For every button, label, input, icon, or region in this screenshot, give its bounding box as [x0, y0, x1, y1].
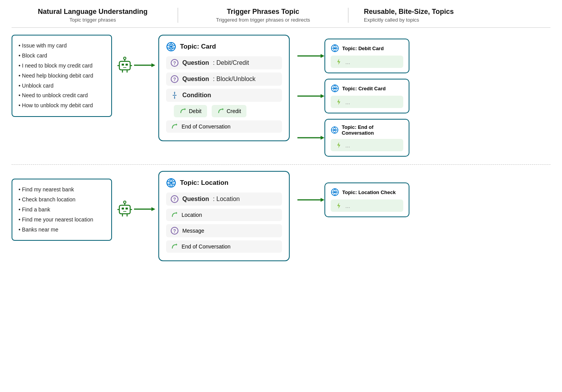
- phrase-item: • Unblock card: [19, 81, 105, 91]
- reusable-debit-card: Topic: Debit Card ...: [297, 39, 550, 73]
- reusable-debit-content: ...: [345, 59, 350, 65]
- branch-credit-label: Credit: [227, 108, 241, 114]
- svg-point-14: [170, 46, 172, 48]
- arrow-top: [134, 63, 155, 68]
- redirect-icon-loc: [171, 211, 178, 218]
- svg-marker-26: [222, 108, 224, 110]
- location-redirect: Location: [166, 209, 282, 221]
- reusable-credit-icon: [331, 84, 339, 93]
- arrow-to-eoc-top: [297, 135, 324, 140]
- end-of-conversation-top: End of Conversation: [166, 120, 282, 133]
- svg-point-32: [334, 47, 336, 49]
- bottom-nlu-box: • Find my nearest bank • Check branch lo…: [12, 171, 112, 241]
- robot-connector-top: [112, 35, 158, 74]
- svg-marker-34: [337, 59, 340, 65]
- redirect-icon-eoc-bot: [171, 243, 178, 250]
- svg-marker-23: [174, 91, 175, 93]
- topic-location-box: Topic: Location ? Question: Location: [158, 171, 290, 261]
- question-icon-loc: ?: [171, 195, 178, 203]
- col1-header-sub: Topic trigger phrases: [12, 17, 174, 23]
- svg-point-53: [124, 201, 126, 203]
- svg-marker-27: [176, 123, 177, 126]
- svg-marker-72: [321, 198, 324, 202]
- svg-marker-67: [176, 212, 177, 214]
- lightning-icon-credit: [335, 98, 342, 105]
- question-location: ? Question: Location: [166, 193, 282, 206]
- condition-label: Condition: [182, 92, 211, 99]
- svg-text:?: ?: [173, 61, 176, 66]
- question-icon-msg: ?: [171, 227, 178, 235]
- svg-marker-77: [337, 203, 340, 209]
- svg-rect-51: [126, 208, 128, 210]
- reusable-loc-check-title: Topic: Location Check: [342, 189, 396, 195]
- svg-rect-49: [119, 205, 130, 214]
- question-icon-2: ?: [171, 75, 178, 83]
- phrase-item-bottom: • Banks near me: [19, 225, 105, 235]
- branch-row: Debit Credit: [174, 105, 282, 117]
- lightning-icon-eoc: [335, 142, 342, 149]
- svg-rect-2: [126, 64, 128, 66]
- reusable-eoc-icon: [331, 126, 339, 134]
- reusable-debit-title: Topic: Debit Card: [342, 46, 384, 51]
- phrase-item-bottom: • Find a bank: [19, 205, 105, 215]
- condition-item: Condition: [166, 89, 282, 102]
- lightning-icon-debit: [335, 58, 342, 65]
- col1-header-main: Natural Language Understanding: [12, 8, 174, 16]
- topic-card-icon: [166, 42, 176, 52]
- location-item-label: Location: [182, 212, 202, 218]
- phrase-item: • How to unblock my debit card: [19, 101, 105, 111]
- col2-header-main: Trigger Phrases Topic: [182, 8, 344, 16]
- svg-point-75: [334, 191, 336, 193]
- robot-icon-bottom: [115, 200, 134, 218]
- reusable-debit-icon: [331, 44, 339, 52]
- top-nlu-box: • Issue with my card • Block card • I ne…: [12, 35, 112, 117]
- reusable-location-check: Topic: Location Check ...: [297, 182, 550, 217]
- phrase-item-bottom: • Check branch location: [19, 195, 105, 205]
- svg-marker-29: [321, 54, 324, 58]
- svg-rect-50: [122, 208, 124, 210]
- col3-header-main: Reusable, Bite-Size, Topics: [364, 8, 550, 16]
- end-of-conversation-bottom: End of Conversation: [166, 240, 282, 253]
- reusable-credit-card: Topic: Credit Card ...: [297, 79, 550, 113]
- phrase-item-bottom: • Find my nearest bank: [19, 185, 105, 195]
- message-label: Message: [182, 228, 204, 234]
- phrase-item: • Need help blocking debit card: [19, 71, 105, 81]
- svg-point-4: [124, 57, 126, 59]
- robot-connector-bottom: [112, 171, 158, 218]
- svg-marker-48: [337, 142, 340, 148]
- end-conversation-label-top: End of Conversation: [182, 123, 231, 130]
- phrase-item: • Block card: [19, 51, 105, 61]
- reusable-credit-content: ...: [345, 99, 350, 105]
- message-question: ? Message: [166, 224, 282, 237]
- topic-card-box: Topic: Card ? Question: Debit/Credit ?: [158, 35, 290, 141]
- redirect-icon-debit: [179, 108, 186, 115]
- svg-point-39: [334, 88, 336, 90]
- reusable-loc-check-icon: [331, 188, 339, 196]
- question-icon: ?: [171, 59, 178, 67]
- branch-debit: Debit: [174, 105, 207, 117]
- svg-marker-25: [185, 108, 186, 110]
- branch-debit-label: Debit: [189, 108, 202, 114]
- topic-location-title: Topic: Location: [180, 179, 228, 187]
- question-block-unblock: ? Question: Block/Unblock: [166, 73, 282, 86]
- reusable-loc-check-content: ...: [345, 203, 350, 209]
- svg-text:?: ?: [173, 77, 176, 82]
- col3-header-sub: Explicitly called by topics: [364, 17, 550, 23]
- svg-text:?: ?: [173, 228, 176, 234]
- reusable-eoc-top-title: Topic: End of Conversation: [342, 124, 403, 136]
- svg-marker-24: [174, 98, 175, 99]
- svg-marker-43: [321, 136, 324, 140]
- arrow-to-location-check: [297, 197, 324, 203]
- question-debit-credit: ? Question: Debit/Credit: [166, 56, 282, 69]
- svg-marker-11: [151, 63, 155, 67]
- topic-card-title: Topic: Card: [180, 43, 216, 51]
- svg-text:?: ?: [173, 197, 176, 202]
- svg-marker-41: [337, 99, 340, 105]
- svg-marker-70: [176, 243, 177, 246]
- reusable-eoc-top: Topic: End of Conversation ...: [297, 119, 550, 157]
- arrow-to-debit: [297, 53, 324, 59]
- branch-credit: Credit: [212, 105, 246, 117]
- svg-rect-1: [122, 64, 124, 66]
- arrow-to-credit: [297, 93, 324, 99]
- redirect-icon-eoc: [171, 123, 178, 130]
